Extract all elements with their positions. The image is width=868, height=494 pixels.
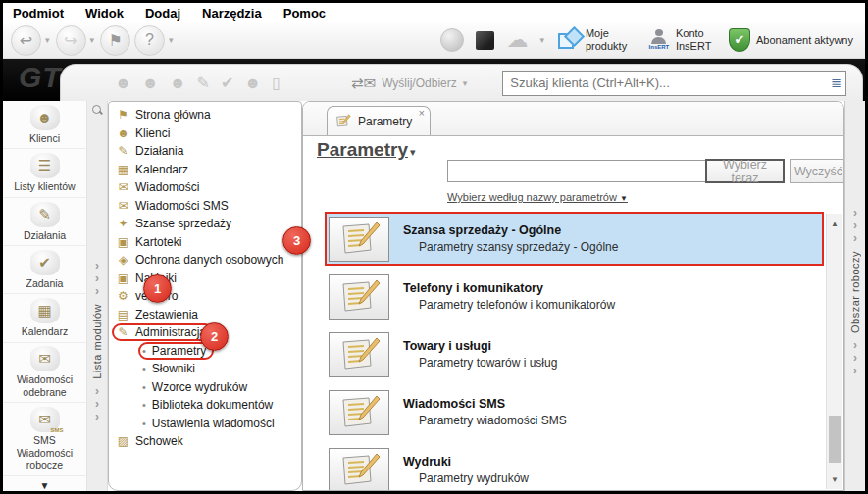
sidebar-more-icon[interactable]: ▼ xyxy=(3,480,86,491)
actions-icon: ✎ xyxy=(116,144,130,158)
sidebar-item-label: Działania xyxy=(24,229,66,242)
module-list-strip[interactable]: › › › Lista modułów › › › xyxy=(87,101,108,491)
tree-item-biblioteka-dokumentów[interactable]: •Biblioteka dokumentów xyxy=(116,396,299,415)
contacts-icon[interactable]: ☻ xyxy=(244,74,261,92)
sidebar-item-kalendarz[interactable]: ▦Kalendarz xyxy=(3,294,86,342)
forward-button[interactable]: ↪ xyxy=(56,25,86,56)
sidebar-item-zadania[interactable]: ✔Zadania xyxy=(3,246,86,294)
tree-item-label: Kartoteki xyxy=(135,235,181,249)
menu-item-podmiot[interactable]: Podmiot xyxy=(13,6,64,21)
select-now-button[interactable]: Wybierz teraz xyxy=(705,159,785,183)
tree-item-klienci[interactable]: ☻Klienci xyxy=(116,124,299,143)
tree-item-ustawienia-wiadomości[interactable]: •Ustawienia wiadomości xyxy=(116,415,299,433)
scroll-up-icon[interactable]: ▲ xyxy=(827,216,842,231)
sidebar-item-dzialania[interactable]: ✎Działania xyxy=(3,198,86,246)
send-receive-button[interactable]: ⇄✉ Wyślij/Odbierz ▾ xyxy=(351,74,469,92)
tab-close-icon[interactable]: × xyxy=(419,107,425,119)
client-search-input[interactable] xyxy=(502,71,846,96)
tree-item-ochrona-danych-osobowych[interactable]: ◈Ochrona danych osobowych xyxy=(116,251,299,270)
back-button[interactable]: ↩ xyxy=(11,25,41,56)
tree-item-label: Ustawienia wiadomości xyxy=(152,417,275,430)
tree-item-schowek[interactable]: ▨Schowek xyxy=(116,432,299,451)
online-globe-icon[interactable] xyxy=(440,28,464,52)
cloud-dropdown-caret[interactable]: ▾ xyxy=(539,35,544,45)
cloud-sync-icon[interactable]: ☁ xyxy=(506,29,528,51)
sidebar-item-sms-wiadomosci-robocze[interactable]: ✉SMSSMS Wiadomości robocze xyxy=(3,403,86,476)
parameter-row-5[interactable]: WydrukiParametry wydruków xyxy=(325,443,824,490)
notepad-icon xyxy=(337,278,381,316)
reports-icon: ▤ xyxy=(116,308,130,321)
help-dropdown-caret[interactable]: ▾ xyxy=(169,35,174,45)
bullet-icon: • xyxy=(142,399,146,411)
labels-icon: ▣ xyxy=(116,272,130,285)
sidebar-item-wiadomosci-odebrane[interactable]: ✉Wiadomości odebrane xyxy=(3,343,86,403)
tab-parametry[interactable]: Parametry × xyxy=(327,106,431,135)
parameter-row-2[interactable]: Telefony i komunikatoryParametry telefon… xyxy=(325,270,824,323)
scroll-down-icon[interactable]: ▼ xyxy=(827,471,842,487)
annotation-step-1: 1 xyxy=(143,274,172,303)
tree-item-kartoteki[interactable]: ▣Kartoteki xyxy=(116,233,299,252)
menu-item-dodaj[interactable]: Dodaj xyxy=(145,6,180,21)
tree-item-label: Parametry xyxy=(152,344,206,358)
search-list-icon[interactable]: ≣ xyxy=(831,75,842,90)
tree-item-label: Ochrona danych osobowych xyxy=(135,253,283,267)
workspace-strip[interactable]: › › › Obszar roboczy › › › xyxy=(844,101,865,491)
client-list-icon[interactable]: ☻ xyxy=(170,74,186,92)
bullet-icon: • xyxy=(142,418,146,429)
bullet-icon: • xyxy=(142,345,146,357)
search-modules-icon[interactable] xyxy=(92,105,102,115)
menu-item-pomoc[interactable]: Pomoc xyxy=(283,6,326,21)
cube-icon[interactable] xyxy=(476,31,494,50)
parameter-search-input[interactable] xyxy=(447,160,708,182)
tree-item-kalendarz[interactable]: ▦Kalendarz xyxy=(116,161,299,179)
my-products-button[interactable]: Moje produkty xyxy=(558,27,637,52)
send-receive-label: Wyślij/Odbierz xyxy=(382,76,457,90)
list-scrollbar[interactable]: ▲ ▼ xyxy=(826,214,842,489)
clear-button[interactable]: Wyczyść xyxy=(790,159,844,183)
page-title[interactable]: Parametry▾ xyxy=(317,139,417,161)
parameter-subtitle: Parametry telefonów i komunikatorów xyxy=(403,298,615,312)
parameter-subtitle: Parametry towarów i usług xyxy=(403,356,557,370)
parameter-row-3[interactable]: Towary i usługiParametry towarów i usług xyxy=(325,327,824,381)
subscription-status[interactable]: ✔ Abonament aktywny xyxy=(729,28,853,52)
tree-item-strona-główna[interactable]: ⚑Strona główna xyxy=(116,106,299,124)
sms-badge: SMS xyxy=(50,427,63,433)
flag-button[interactable]: ⚑ xyxy=(100,25,130,56)
tree-item-słowniki[interactable]: •Słowniki xyxy=(116,360,299,378)
sidebar-item-listy-klientow[interactable]: ☰Listy klientów xyxy=(3,149,86,197)
parameter-title: Szansa sprzedaży - Ogólne xyxy=(403,223,618,237)
menu-item-widok[interactable]: Widok xyxy=(85,6,124,21)
quick-action-icons: ☻☻☻✎✔☻▯ xyxy=(115,74,281,92)
parameter-row-4[interactable]: Wiadomości SMSParametry wiadomości SMS xyxy=(325,385,824,439)
parameter-row-1[interactable]: Szansa sprzedaży - OgólneParametry szans… xyxy=(325,212,824,266)
action-icon[interactable]: ✎ xyxy=(197,74,210,92)
tab-bar: Parametry × xyxy=(303,102,843,136)
tree-item-szanse-sprzedaży[interactable]: ✦Szanse sprzedaży xyxy=(116,215,299,233)
scroll-thumb[interactable] xyxy=(829,416,841,463)
sms-icon: ✉ xyxy=(116,199,130,213)
sidebar-item-label: Wiadomości odebrane xyxy=(5,373,84,398)
client-icon[interactable]: ☻ xyxy=(142,74,159,92)
sidebar-item-label: Listy klientów xyxy=(14,180,75,193)
notepad-icon xyxy=(337,394,381,431)
help-button[interactable]: ? xyxy=(134,25,165,56)
sidebar-item-klienci[interactable]: ☻Klienci xyxy=(3,101,86,149)
phone-icon[interactable]: ▯ xyxy=(272,74,281,92)
task-icon[interactable]: ✔ xyxy=(221,74,233,92)
notepad-icon xyxy=(335,114,351,129)
kalendarz-icon: ▦ xyxy=(30,298,60,323)
tree-item-działania[interactable]: ✎Działania xyxy=(116,142,299,161)
menu-item-narzędzia[interactable]: Narzędzia xyxy=(202,6,262,21)
add-client-icon[interactable]: ☻ xyxy=(115,74,131,92)
insert-account-button[interactable]: InsERT Konto InsERT xyxy=(648,27,717,52)
module-strip-label: Lista modułów xyxy=(91,304,103,379)
back-dropdown-caret[interactable]: ▾ xyxy=(45,35,50,45)
tree-item-wzorce-wydruków[interactable]: •Wzorce wydruków xyxy=(116,378,299,397)
tree-item-wiadomości[interactable]: ✉Wiadomości xyxy=(116,178,299,197)
tree-item-zestawienia[interactable]: ▤Zestawienia xyxy=(116,306,299,324)
tree-item-wiadomości-sms[interactable]: ✉Wiadomości SMS xyxy=(116,197,299,216)
filter-by-name-link[interactable]: Wybierz według nazwy parametrów ▼ xyxy=(447,191,630,203)
wiadomosci-odebrane-icon: ✉ xyxy=(30,346,60,371)
tree-item-label: Schowek xyxy=(135,434,183,448)
forward-dropdown-caret[interactable]: ▾ xyxy=(90,35,95,45)
